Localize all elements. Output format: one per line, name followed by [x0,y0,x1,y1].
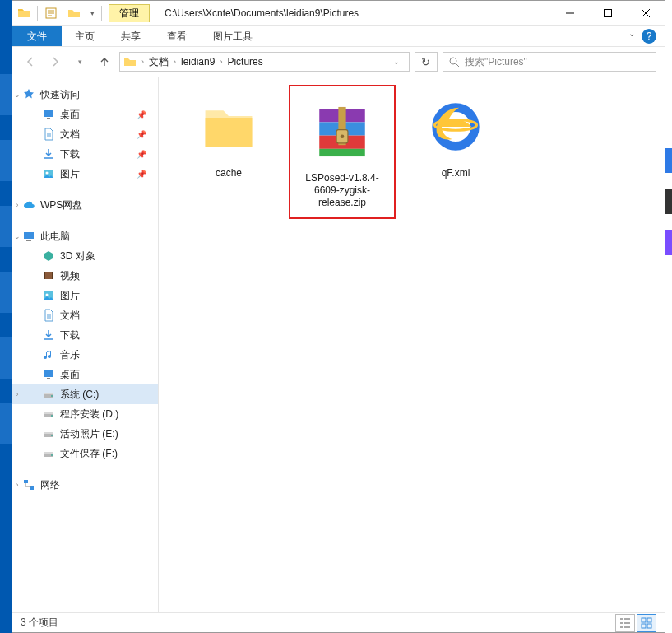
svg-rect-11 [52,272,53,279]
icons-view-button[interactable] [637,614,656,632]
sidebar-item-图片[interactable]: 图片 [12,286,158,305]
drive-icon [42,407,55,421]
tree-label: 下载 [60,328,80,342]
tree-label: 文档 [60,128,80,142]
file-item[interactable]: qF.xml [402,85,509,179]
location-icon [123,55,137,68]
ribbon-share-tab[interactable]: 共享 [108,26,154,46]
sidebar-item-桌面[interactable]: 桌面 [12,365,158,384]
quick-access-node[interactable]: ⌄ 快速访问 [12,85,158,105]
desktop-icon [42,108,55,121]
breadcrumb[interactable]: leidian9 [178,56,218,67]
sidebar-item-download[interactable]: 下载📌 [12,144,158,164]
download-icon [42,147,55,161]
search-icon [448,56,460,67]
window-title: C:\Users\Xcnte\Documents\leidian9\Pictur… [150,7,551,19]
svg-rect-7 [24,232,34,239]
back-button[interactable] [21,52,40,72]
picture-icon [42,167,55,180]
sidebar-item-下载[interactable]: 下载 [12,325,158,345]
tree-label: 文档 [60,309,80,323]
svg-point-18 [51,395,53,397]
svg-rect-28 [24,480,28,483]
ribbon-home-tab[interactable]: 主页 [62,26,108,46]
ribbon-expand-icon[interactable]: ⌄ [623,26,640,46]
sidebar-item-doc[interactable]: 文档📌 [12,124,158,144]
music-icon [42,348,55,361]
tree-label: 图片 [60,167,80,181]
expand-icon[interactable]: ⌄ [12,232,22,240]
sidebar-item-音乐[interactable]: 音乐 [12,345,158,365]
drive-icon [42,388,55,401]
svg-point-36 [341,134,345,138]
file-name: cache [175,167,282,179]
item-count: 3 个项目 [21,616,58,630]
minimize-button[interactable] [551,1,589,25]
tree-label: 此电脑 [40,230,70,244]
recent-locations-button[interactable]: ▾ [70,52,90,72]
download-icon [42,328,55,342]
title-bar: ▾ 管理 C:\Users\Xcnte\Documents\leidian9\P… [12,1,665,26]
svg-point-27 [51,454,53,456]
sidebar-item-desktop[interactable]: 桌面📌 [12,105,158,124]
svg-rect-42 [647,624,651,628]
search-input[interactable]: 搜索"Pictures" [443,52,656,72]
breadcrumb[interactable]: 文档 [146,55,172,69]
tree-label: 程序安装 (D:) [60,407,118,421]
pin-icon: 📌 [137,130,146,139]
expand-icon[interactable]: ⌄ [12,91,22,99]
help-icon[interactable]: ? [642,29,656,44]
tree-label: 图片 [60,289,80,303]
svg-rect-29 [30,486,34,490]
pin-icon: 📌 [137,110,146,119]
tree-label: 系统 (C:) [60,388,99,402]
properties-icon[interactable] [44,7,58,20]
forward-button[interactable] [45,52,65,72]
file-icon [305,95,379,169]
svg-rect-33 [319,149,365,156]
open-folder-icon[interactable] [67,7,81,20]
sidebar-item-文档[interactable]: 文档 [12,305,158,325]
maximize-button[interactable] [589,1,627,25]
address-bar[interactable]: › 文档 › leidian9 › Pictures ⌄ [119,52,410,72]
drive-icon [42,447,55,460]
svg-rect-14 [44,370,53,377]
network-node[interactable]: › 网络 [12,475,158,495]
sidebar-item-picture[interactable]: 图片📌 [12,164,158,184]
details-view-button[interactable] [615,614,635,632]
tree-label: 网络 [40,478,60,492]
doc-icon [42,309,55,322]
ribbon-file-tab[interactable]: 文件 [12,26,62,46]
ribbon-view-tab[interactable]: 查看 [154,26,200,46]
wps-node[interactable]: › WPS网盘 [12,195,158,215]
sidebar-item-活动照片 (E:)[interactable]: 活动照片 (E:) [12,424,158,444]
navigation-bar: ▾ › 文档 › leidian9 › Pictures ⌄ ↻ 搜索"Pict… [12,47,665,77]
pin-icon: 📌 [137,170,146,179]
tree-label: WPS网盘 [40,198,82,212]
tree-label: 桌面 [60,368,80,382]
svg-rect-3 [44,110,53,117]
sidebar-item-程序安装 (D:)[interactable]: 程序安装 (D:) [12,404,158,424]
file-name: qF.xml [402,167,509,179]
refresh-button[interactable]: ↻ [415,52,438,72]
close-button[interactable] [627,1,665,25]
breadcrumb[interactable]: Pictures [224,56,266,67]
file-item[interactable]: cache [175,85,282,179]
ribbon-picture-tools-tab[interactable]: 图片工具 [200,26,266,46]
expand-icon[interactable]: › [12,390,22,398]
file-list[interactable]: cacheLSPosed-v1.8.4-6609-zygisk-release.… [159,77,665,612]
address-dropdown-icon[interactable]: ⌄ [387,58,406,66]
tree-label: 视频 [60,269,80,283]
tree-label: 文件保存 (F:) [60,447,118,461]
sidebar-item-系统 (C:)[interactable]: ›系统 (C:) [12,384,158,404]
sidebar-item-文件保存 (F:)[interactable]: 文件保存 (F:) [12,444,158,463]
sidebar-item-视频[interactable]: 视频 [12,266,158,286]
doc-icon [42,128,55,141]
this-pc-node[interactable]: ⌄ 此电脑 [12,226,158,246]
svg-rect-10 [44,272,45,279]
up-button[interactable] [95,52,114,72]
qat-dropdown-icon[interactable]: ▾ [90,9,95,17]
status-bar: 3 个项目 [12,612,665,632]
file-item[interactable]: LSPosed-v1.8.4-6609-zygisk-release.zip [289,85,396,219]
sidebar-item-3D 对象[interactable]: 3D 对象 [12,246,158,266]
